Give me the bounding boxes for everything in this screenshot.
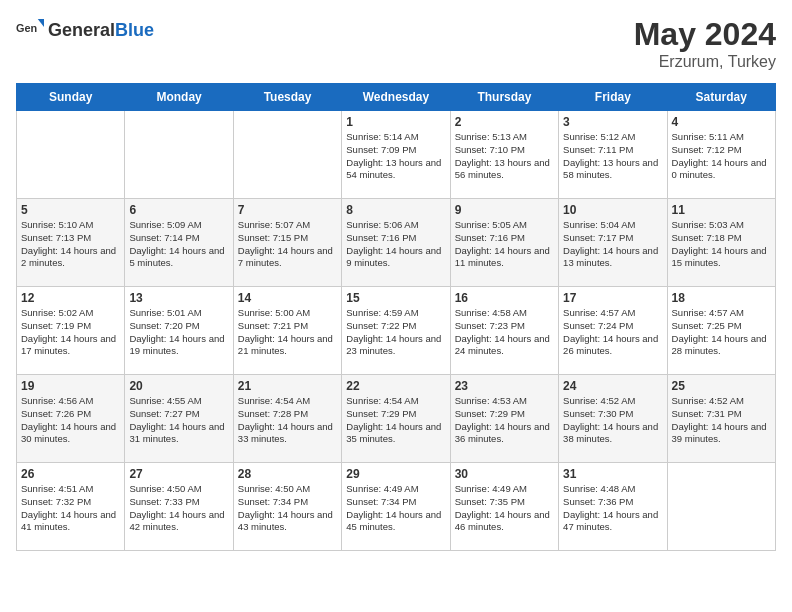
calendar-cell: 27Sunrise: 4:50 AM Sunset: 7:33 PM Dayli… xyxy=(125,463,233,551)
page-header: Gen GeneralBlue May 2024 Erzurum, Turkey xyxy=(16,16,776,71)
day-number: 7 xyxy=(238,203,337,217)
day-info: Sunrise: 5:09 AM Sunset: 7:14 PM Dayligh… xyxy=(129,219,228,270)
calendar-cell: 28Sunrise: 4:50 AM Sunset: 7:34 PM Dayli… xyxy=(233,463,341,551)
day-number: 22 xyxy=(346,379,445,393)
day-number: 25 xyxy=(672,379,771,393)
day-info: Sunrise: 4:51 AM Sunset: 7:32 PM Dayligh… xyxy=(21,483,120,534)
day-number: 20 xyxy=(129,379,228,393)
day-info: Sunrise: 4:57 AM Sunset: 7:25 PM Dayligh… xyxy=(672,307,771,358)
day-info: Sunrise: 5:06 AM Sunset: 7:16 PM Dayligh… xyxy=(346,219,445,270)
calendar-week-row: 5Sunrise: 5:10 AM Sunset: 7:13 PM Daylig… xyxy=(17,199,776,287)
day-info: Sunrise: 5:12 AM Sunset: 7:11 PM Dayligh… xyxy=(563,131,662,182)
day-number: 15 xyxy=(346,291,445,305)
calendar-cell xyxy=(667,463,775,551)
logo-general: General xyxy=(48,20,115,40)
day-info: Sunrise: 5:02 AM Sunset: 7:19 PM Dayligh… xyxy=(21,307,120,358)
calendar-cell: 7Sunrise: 5:07 AM Sunset: 7:15 PM Daylig… xyxy=(233,199,341,287)
day-number: 6 xyxy=(129,203,228,217)
day-number: 29 xyxy=(346,467,445,481)
weekday-header-row: SundayMondayTuesdayWednesdayThursdayFrid… xyxy=(17,84,776,111)
calendar-cell: 13Sunrise: 5:01 AM Sunset: 7:20 PM Dayli… xyxy=(125,287,233,375)
day-info: Sunrise: 5:07 AM Sunset: 7:15 PM Dayligh… xyxy=(238,219,337,270)
weekday-header-wednesday: Wednesday xyxy=(342,84,450,111)
day-number: 11 xyxy=(672,203,771,217)
calendar-week-row: 26Sunrise: 4:51 AM Sunset: 7:32 PM Dayli… xyxy=(17,463,776,551)
day-info: Sunrise: 4:49 AM Sunset: 7:34 PM Dayligh… xyxy=(346,483,445,534)
day-info: Sunrise: 5:10 AM Sunset: 7:13 PM Dayligh… xyxy=(21,219,120,270)
day-number: 12 xyxy=(21,291,120,305)
calendar-cell xyxy=(17,111,125,199)
calendar-cell: 31Sunrise: 4:48 AM Sunset: 7:36 PM Dayli… xyxy=(559,463,667,551)
day-info: Sunrise: 4:53 AM Sunset: 7:29 PM Dayligh… xyxy=(455,395,554,446)
day-number: 14 xyxy=(238,291,337,305)
calendar-cell: 30Sunrise: 4:49 AM Sunset: 7:35 PM Dayli… xyxy=(450,463,558,551)
calendar-cell xyxy=(233,111,341,199)
day-number: 27 xyxy=(129,467,228,481)
calendar-cell: 25Sunrise: 4:52 AM Sunset: 7:31 PM Dayli… xyxy=(667,375,775,463)
weekday-header-sunday: Sunday xyxy=(17,84,125,111)
calendar-cell: 8Sunrise: 5:06 AM Sunset: 7:16 PM Daylig… xyxy=(342,199,450,287)
calendar-cell: 17Sunrise: 4:57 AM Sunset: 7:24 PM Dayli… xyxy=(559,287,667,375)
weekday-header-thursday: Thursday xyxy=(450,84,558,111)
day-info: Sunrise: 5:05 AM Sunset: 7:16 PM Dayligh… xyxy=(455,219,554,270)
day-info: Sunrise: 4:55 AM Sunset: 7:27 PM Dayligh… xyxy=(129,395,228,446)
calendar-cell: 29Sunrise: 4:49 AM Sunset: 7:34 PM Dayli… xyxy=(342,463,450,551)
day-info: Sunrise: 4:57 AM Sunset: 7:24 PM Dayligh… xyxy=(563,307,662,358)
day-info: Sunrise: 4:59 AM Sunset: 7:22 PM Dayligh… xyxy=(346,307,445,358)
location-subtitle: Erzurum, Turkey xyxy=(634,53,776,71)
day-info: Sunrise: 5:01 AM Sunset: 7:20 PM Dayligh… xyxy=(129,307,228,358)
day-info: Sunrise: 4:50 AM Sunset: 7:34 PM Dayligh… xyxy=(238,483,337,534)
day-info: Sunrise: 5:11 AM Sunset: 7:12 PM Dayligh… xyxy=(672,131,771,182)
day-number: 31 xyxy=(563,467,662,481)
day-number: 5 xyxy=(21,203,120,217)
day-info: Sunrise: 4:52 AM Sunset: 7:31 PM Dayligh… xyxy=(672,395,771,446)
day-info: Sunrise: 5:13 AM Sunset: 7:10 PM Dayligh… xyxy=(455,131,554,182)
calendar-cell: 1Sunrise: 5:14 AM Sunset: 7:09 PM Daylig… xyxy=(342,111,450,199)
logo-icon: Gen xyxy=(16,16,44,44)
day-number: 26 xyxy=(21,467,120,481)
month-year-title: May 2024 xyxy=(634,16,776,53)
day-info: Sunrise: 4:48 AM Sunset: 7:36 PM Dayligh… xyxy=(563,483,662,534)
calendar-cell: 6Sunrise: 5:09 AM Sunset: 7:14 PM Daylig… xyxy=(125,199,233,287)
calendar-cell: 14Sunrise: 5:00 AM Sunset: 7:21 PM Dayli… xyxy=(233,287,341,375)
logo: Gen GeneralBlue xyxy=(16,16,154,44)
calendar-cell xyxy=(125,111,233,199)
day-info: Sunrise: 4:50 AM Sunset: 7:33 PM Dayligh… xyxy=(129,483,228,534)
weekday-header-saturday: Saturday xyxy=(667,84,775,111)
calendar-cell: 15Sunrise: 4:59 AM Sunset: 7:22 PM Dayli… xyxy=(342,287,450,375)
day-info: Sunrise: 5:03 AM Sunset: 7:18 PM Dayligh… xyxy=(672,219,771,270)
day-info: Sunrise: 5:04 AM Sunset: 7:17 PM Dayligh… xyxy=(563,219,662,270)
day-info: Sunrise: 5:14 AM Sunset: 7:09 PM Dayligh… xyxy=(346,131,445,182)
day-info: Sunrise: 4:54 AM Sunset: 7:29 PM Dayligh… xyxy=(346,395,445,446)
day-number: 16 xyxy=(455,291,554,305)
calendar-cell: 3Sunrise: 5:12 AM Sunset: 7:11 PM Daylig… xyxy=(559,111,667,199)
svg-marker-1 xyxy=(38,19,44,27)
weekday-header-monday: Monday xyxy=(125,84,233,111)
calendar-week-row: 19Sunrise: 4:56 AM Sunset: 7:26 PM Dayli… xyxy=(17,375,776,463)
calendar-cell: 24Sunrise: 4:52 AM Sunset: 7:30 PM Dayli… xyxy=(559,375,667,463)
day-number: 24 xyxy=(563,379,662,393)
calendar-cell: 5Sunrise: 5:10 AM Sunset: 7:13 PM Daylig… xyxy=(17,199,125,287)
day-number: 1 xyxy=(346,115,445,129)
day-number: 28 xyxy=(238,467,337,481)
calendar-cell: 16Sunrise: 4:58 AM Sunset: 7:23 PM Dayli… xyxy=(450,287,558,375)
svg-text:Gen: Gen xyxy=(16,22,37,34)
calendar-cell: 19Sunrise: 4:56 AM Sunset: 7:26 PM Dayli… xyxy=(17,375,125,463)
day-number: 10 xyxy=(563,203,662,217)
title-block: May 2024 Erzurum, Turkey xyxy=(634,16,776,71)
calendar-table: SundayMondayTuesdayWednesdayThursdayFrid… xyxy=(16,83,776,551)
calendar-cell: 22Sunrise: 4:54 AM Sunset: 7:29 PM Dayli… xyxy=(342,375,450,463)
day-number: 3 xyxy=(563,115,662,129)
day-number: 17 xyxy=(563,291,662,305)
day-info: Sunrise: 4:56 AM Sunset: 7:26 PM Dayligh… xyxy=(21,395,120,446)
day-number: 2 xyxy=(455,115,554,129)
calendar-cell: 9Sunrise: 5:05 AM Sunset: 7:16 PM Daylig… xyxy=(450,199,558,287)
day-number: 13 xyxy=(129,291,228,305)
day-info: Sunrise: 4:49 AM Sunset: 7:35 PM Dayligh… xyxy=(455,483,554,534)
day-number: 30 xyxy=(455,467,554,481)
day-number: 8 xyxy=(346,203,445,217)
day-number: 9 xyxy=(455,203,554,217)
calendar-cell: 12Sunrise: 5:02 AM Sunset: 7:19 PM Dayli… xyxy=(17,287,125,375)
day-number: 18 xyxy=(672,291,771,305)
day-info: Sunrise: 4:58 AM Sunset: 7:23 PM Dayligh… xyxy=(455,307,554,358)
